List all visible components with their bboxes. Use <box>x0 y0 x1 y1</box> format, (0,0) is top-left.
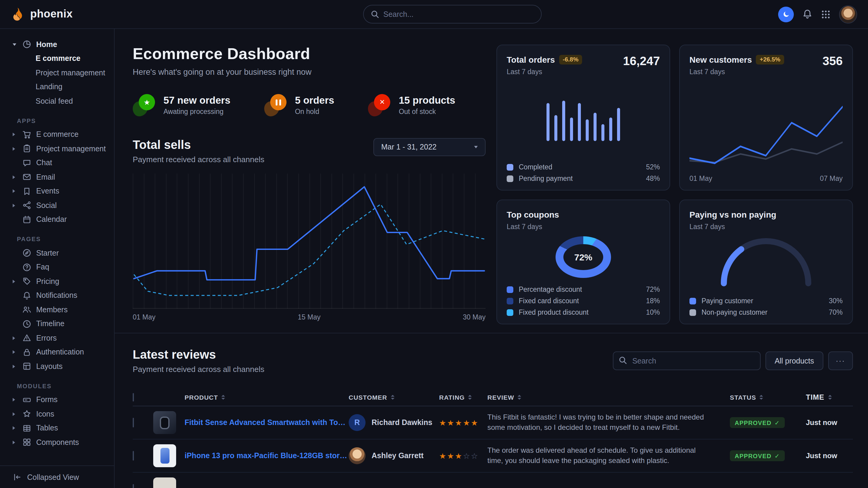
sidebar-item-chat[interactable]: Chat <box>0 156 114 170</box>
product-thumbnail <box>153 478 176 488</box>
warning-icon <box>22 334 31 343</box>
brand[interactable]: phoenix <box>10 6 73 22</box>
components-icon <box>22 438 31 447</box>
chevron-down-icon <box>474 146 478 148</box>
sidebar-section-modules: MODULES <box>0 373 114 393</box>
chat-icon <box>22 159 31 168</box>
chevron-right-icon <box>13 204 15 207</box>
sidebar-item-icons[interactable]: Icons <box>0 407 114 421</box>
reviews-search[interactable] <box>613 352 761 370</box>
reviews-search-input[interactable] <box>613 352 761 370</box>
bell-icon <box>802 9 812 19</box>
sidebar-section-pages: PAGES <box>0 227 114 246</box>
search-input[interactable] <box>383 10 533 19</box>
sidebar-item-ecommerce-dashboard[interactable]: E commerce <box>0 52 114 66</box>
clock-icon <box>22 320 31 329</box>
pie-chart-icon <box>22 40 31 49</box>
sidebar-item-starter[interactable]: Starter <box>0 246 114 260</box>
top-navbar: phoenix <box>0 0 868 29</box>
sidebar-item-timeline[interactable]: Timeline <box>0 317 114 331</box>
question-circle-icon <box>22 263 31 272</box>
legend-bullet <box>507 175 513 182</box>
column-header-status[interactable]: STATUS <box>730 393 802 400</box>
sidebar-item-email[interactable]: Email <box>0 170 114 184</box>
sidebar-item-social-feed[interactable]: Social feed <box>0 94 114 108</box>
sidebar-item-landing[interactable]: Landing <box>0 80 114 94</box>
notifications-button[interactable] <box>802 9 812 19</box>
sidebar-item-faq[interactable]: Faq <box>0 260 114 274</box>
all-products-button[interactable]: All products <box>766 352 823 370</box>
column-header-product[interactable]: PRODUCT <box>153 393 349 400</box>
apps-menu-button[interactable] <box>821 9 831 19</box>
product-link[interactable]: iPhone 13 pro max-Pacific Blue-128GB sto… <box>185 452 349 460</box>
column-header-time[interactable]: TIME <box>802 393 853 401</box>
stat-out-of-stock: ✕ 15 products Out of stock <box>368 93 455 116</box>
chevron-right-icon <box>13 175 15 179</box>
row-checkbox[interactable] <box>133 418 134 427</box>
quick-stats: ★ 57 new orders Awating processing <box>133 93 486 116</box>
sidebar-section-apps: APPS <box>0 108 114 128</box>
card-title: New customers <box>689 55 752 65</box>
total-orders-value: 16,247 <box>623 54 660 68</box>
sidebar-item-members[interactable]: Members <box>0 303 114 317</box>
card-title: Top coupons <box>507 210 559 220</box>
column-header-customer[interactable]: CUSTOMER <box>349 393 439 400</box>
global-search[interactable] <box>363 5 541 24</box>
chevron-right-icon <box>13 412 15 416</box>
total-sells-chart <box>133 174 486 308</box>
collapse-sidebar-button[interactable]: Collapsed View <box>0 465 114 488</box>
clipboard-icon <box>22 144 31 154</box>
users-icon <box>22 305 31 314</box>
brand-name: phoenix <box>30 8 73 21</box>
legend-bullet <box>507 286 513 293</box>
row-checkbox[interactable] <box>133 451 134 461</box>
user-avatar[interactable] <box>839 5 857 23</box>
sidebar-item-layouts[interactable]: Layouts <box>0 359 114 373</box>
dashboard-left-column: Ecommerce Dashboard Here's what's going … <box>133 44 486 324</box>
sidebar-item-ecommerce-app[interactable]: E commerce <box>0 128 114 142</box>
sidebar-item-errors[interactable]: Errors <box>0 331 114 345</box>
row-checkbox[interactable] <box>133 484 134 488</box>
sidebar-item-tables[interactable]: Tables <box>0 421 114 435</box>
input-icon <box>22 395 31 404</box>
sidebar-item-events[interactable]: Events <box>0 184 114 198</box>
sidebar-item-pricing[interactable]: Pricing <box>0 274 114 289</box>
sidebar-item-home[interactable]: Home <box>0 37 114 52</box>
product-thumbnail <box>153 411 176 434</box>
select-all-checkbox[interactable] <box>133 393 134 401</box>
sidebar-item-authentication[interactable]: Authentication <box>0 345 114 359</box>
collapse-arrow-icon <box>13 473 22 482</box>
review-text: The order was delivered ahead of schedul… <box>487 445 730 466</box>
product-link[interactable]: Fitbit Sense Advanced Smartwatch with To… <box>185 418 349 427</box>
chevron-right-icon <box>13 147 15 151</box>
legend-bullet <box>507 164 513 170</box>
cart-icon <box>22 130 31 139</box>
total-sells-x-axis: 01 May 15 May 30 May <box>133 314 486 321</box>
chevron-right-icon <box>13 441 15 444</box>
sidebar-item-project-management-dashboard[interactable]: Project management <box>0 66 114 80</box>
gauge-fill <box>724 249 741 283</box>
envelope-icon <box>22 173 31 182</box>
sidebar-item-project-management-app[interactable]: Project management <box>0 142 114 156</box>
date-range-select[interactable]: Mar 1 - 31, 2022 <box>373 138 486 156</box>
customer-name: Ashley Garrett <box>372 452 424 460</box>
column-header-review[interactable]: REVIEW <box>487 393 730 400</box>
legend-fixed-product-discount: Fixed product discount 10% <box>507 308 660 316</box>
sidebar-item-forms[interactable]: Forms <box>0 393 114 407</box>
sidebar-item-components[interactable]: Components <box>0 435 114 449</box>
sidebar-item-calendar[interactable]: Calendar <box>0 213 114 227</box>
column-header-rating[interactable]: RATING <box>439 393 487 400</box>
navbar-actions <box>778 5 857 23</box>
trend-badge: +26.5% <box>756 55 784 64</box>
trend-badge: -6.8% <box>559 55 582 64</box>
theme-toggle-button[interactable] <box>778 6 794 22</box>
bell-icon <box>22 291 31 300</box>
app-root: phoenix <box>0 0 868 488</box>
more-options-button[interactable]: ··· <box>828 352 853 370</box>
sidebar-item-notifications[interactable]: Notifications <box>0 289 114 303</box>
sidebar-item-social[interactable]: Social <box>0 198 114 213</box>
share-icon <box>22 201 31 210</box>
table-row: Fitbit Sense Advanced Smartwatch with To… <box>133 406 853 440</box>
reviews-subtitle: Payment received across all channels <box>133 365 264 374</box>
previous-line <box>689 142 843 162</box>
